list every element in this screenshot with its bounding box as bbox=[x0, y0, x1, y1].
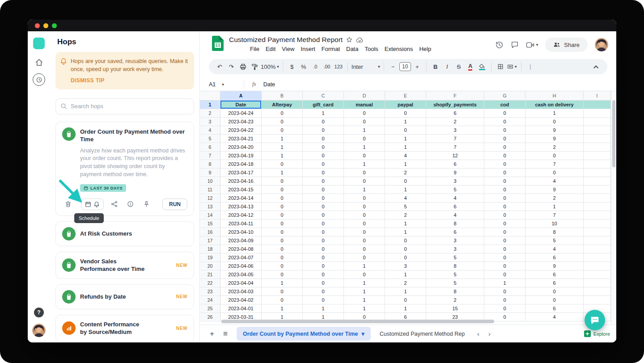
cell-I23[interactable] bbox=[584, 287, 611, 296]
cell-D16[interactable]: 0 bbox=[344, 228, 385, 236]
cell-E24[interactable]: 0 bbox=[385, 296, 426, 304]
cell-G25[interactable]: 0 bbox=[484, 304, 525, 313]
column-header-G[interactable]: G bbox=[484, 91, 525, 101]
cell-E13[interactable]: 5 bbox=[385, 203, 426, 211]
cell-D3[interactable]: 0 bbox=[344, 118, 385, 126]
cell-I14[interactable] bbox=[584, 211, 611, 219]
cell-I12[interactable] bbox=[584, 194, 611, 203]
cell-C11[interactable]: 0 bbox=[303, 186, 344, 194]
document-title[interactable]: Customized Payment Method Report bbox=[229, 36, 343, 44]
cell-D2[interactable]: 0 bbox=[344, 109, 385, 118]
row-header-22[interactable]: 22 bbox=[200, 279, 220, 287]
cell-H6[interactable]: 2 bbox=[525, 143, 584, 152]
cell-G17[interactable]: 0 bbox=[484, 236, 525, 245]
cell-B5[interactable]: 1 bbox=[262, 135, 303, 143]
meet-icon[interactable]: ▾ bbox=[526, 42, 538, 48]
cell-F2[interactable]: 6 bbox=[426, 109, 484, 118]
collapse-toolbar-icon[interactable] bbox=[591, 61, 602, 72]
select-all-corner[interactable] bbox=[200, 91, 220, 101]
menu-help[interactable]: Help bbox=[416, 44, 434, 54]
cell-G21[interactable]: 0 bbox=[484, 270, 525, 279]
cell-C12[interactable]: 0 bbox=[303, 194, 344, 203]
cell-C15[interactable]: 0 bbox=[303, 219, 344, 228]
cell-D21[interactable]: 0 bbox=[344, 270, 385, 279]
info-icon[interactable] bbox=[124, 198, 136, 210]
cell-H17[interactable]: 5 bbox=[525, 236, 584, 245]
cell-E23[interactable]: 1 bbox=[385, 287, 426, 296]
cell-C23[interactable]: 0 bbox=[303, 287, 344, 296]
cell-B7[interactable]: 1 bbox=[262, 152, 303, 160]
cell-G8[interactable]: 0 bbox=[484, 160, 525, 169]
comments-icon[interactable] bbox=[511, 41, 519, 49]
cell-C20[interactable]: 0 bbox=[303, 262, 344, 270]
cell-A14[interactable]: 2023-04-12 bbox=[220, 211, 262, 219]
tab-scroll-right-icon[interactable]: › bbox=[485, 330, 494, 338]
cell-D4[interactable]: 1 bbox=[344, 126, 385, 135]
cell-B18[interactable]: 0 bbox=[262, 245, 303, 253]
cell-B25[interactable]: 1 bbox=[262, 304, 303, 313]
row-header-20[interactable]: 20 bbox=[200, 262, 220, 270]
cell-B9[interactable]: 1 bbox=[262, 169, 303, 177]
sheet-tab-2[interactable]: Customized Payment Method Rep bbox=[373, 331, 472, 337]
increase-decimal-button[interactable]: .00 bbox=[322, 61, 332, 72]
cell-E7[interactable]: 4 bbox=[385, 152, 426, 160]
share-button[interactable]: Share bbox=[545, 38, 588, 52]
cell-B24[interactable]: 0 bbox=[262, 296, 303, 304]
cell-G23[interactable]: 0 bbox=[484, 287, 525, 296]
cell-H26[interactable]: 4 bbox=[525, 313, 584, 321]
cell-E11[interactable]: 1 bbox=[385, 186, 426, 194]
cell-A19[interactable]: 2023-04-07 bbox=[220, 253, 262, 262]
cell-E25[interactable]: 1 bbox=[385, 304, 426, 313]
cell-A3[interactable]: 2023-04-23 bbox=[220, 118, 262, 126]
cell-C18[interactable]: 0 bbox=[303, 245, 344, 253]
row-header-4[interactable]: 4 bbox=[200, 126, 220, 135]
cell-F3[interactable]: 2 bbox=[426, 118, 484, 126]
cell-A2[interactable]: 2023-04-24 bbox=[220, 109, 262, 118]
cell-E14[interactable]: 2 bbox=[385, 211, 426, 219]
add-sheet-button[interactable]: + bbox=[206, 328, 218, 340]
cell-I22[interactable] bbox=[584, 279, 611, 287]
explore-button[interactable]: Explore bbox=[584, 330, 610, 337]
cell-D1[interactable]: manual bbox=[344, 101, 385, 109]
cell-F1[interactable]: shopify_payments bbox=[426, 101, 484, 109]
cell-B15[interactable]: 0 bbox=[262, 219, 303, 228]
row-header-21[interactable]: 21 bbox=[200, 270, 220, 279]
user-avatar[interactable] bbox=[595, 38, 608, 51]
cell-C5[interactable]: 0 bbox=[303, 135, 344, 143]
column-header-I[interactable]: I bbox=[584, 91, 611, 101]
cell-B2[interactable]: 0 bbox=[262, 109, 303, 118]
cell-B17[interactable]: 0 bbox=[262, 236, 303, 245]
cell-D24[interactable]: 1 bbox=[344, 296, 385, 304]
cell-E8[interactable]: 1 bbox=[385, 160, 426, 169]
borders-icon[interactable] bbox=[495, 61, 506, 72]
cell-D17[interactable]: 0 bbox=[344, 236, 385, 245]
cell-H12[interactable]: 2 bbox=[525, 194, 584, 203]
cell-F9[interactable]: 9 bbox=[426, 169, 484, 177]
undo-icon[interactable]: ↶ bbox=[214, 61, 225, 72]
cell-I6[interactable] bbox=[584, 143, 611, 152]
increase-font-size-button[interactable]: + bbox=[412, 61, 423, 72]
cell-H24[interactable]: 0 bbox=[525, 296, 584, 304]
name-box[interactable]: A1 ▾ bbox=[209, 81, 244, 88]
cell-I16[interactable] bbox=[584, 228, 611, 236]
cell-H3[interactable]: 0 bbox=[525, 118, 584, 126]
cell-H10[interactable]: 4 bbox=[525, 177, 584, 186]
cell-E18[interactable]: 0 bbox=[385, 245, 426, 253]
cell-G2[interactable]: 0 bbox=[484, 109, 525, 118]
cell-H1[interactable]: cash on delivery bbox=[525, 101, 584, 109]
cell-A4[interactable]: 2023-04-22 bbox=[220, 126, 262, 135]
cell-A23[interactable]: 2023-04-03 bbox=[220, 287, 262, 296]
row-header-2[interactable]: 2 bbox=[200, 109, 220, 118]
cell-A15[interactable]: 2023-04-11 bbox=[220, 219, 262, 228]
cell-D9[interactable]: 0 bbox=[344, 169, 385, 177]
sidebar-avatar[interactable] bbox=[32, 324, 46, 337]
cell-F25[interactable]: 15 bbox=[426, 304, 484, 313]
cell-G19[interactable]: 0 bbox=[484, 253, 525, 262]
cell-I13[interactable] bbox=[584, 203, 611, 211]
cell-I1[interactable] bbox=[584, 101, 611, 109]
cell-F16[interactable]: 6 bbox=[426, 228, 484, 236]
cell-I24[interactable] bbox=[584, 296, 611, 304]
cell-D5[interactable]: 0 bbox=[344, 135, 385, 143]
cell-H25[interactable]: 6 bbox=[525, 304, 584, 313]
cell-A24[interactable]: 2023-04-02 bbox=[220, 296, 262, 304]
